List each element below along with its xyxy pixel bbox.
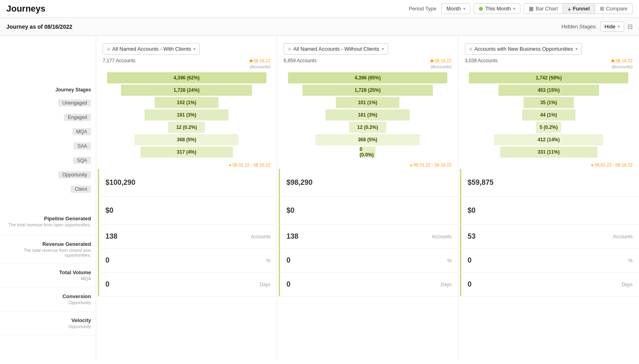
chevron-down-icon: ▾ xyxy=(463,6,465,11)
velocity-label: Velocity Opportunity xyxy=(0,311,96,335)
velocity-unit: Days xyxy=(622,282,633,287)
conversion-unit: % xyxy=(628,258,633,263)
total-volume-value: 138 xyxy=(105,232,117,241)
funnel-bar: 1,742 (58%) xyxy=(469,72,628,83)
pipeline-value-row: $59,875 xyxy=(460,169,639,197)
date-range: ● 08.01.22 - 08.16.22 xyxy=(277,161,458,169)
conversion-label: Conversion Opportunity xyxy=(0,287,96,311)
col-dropdown[interactable]: ≡ All Named Accounts - With Clients ▾ xyxy=(103,43,200,55)
total-volume-value: 53 xyxy=(468,232,476,241)
funnel-bar-wrapper: 35 (1%) xyxy=(465,97,633,108)
col-dropdown-label: All Named Accounts - Without Clients xyxy=(293,46,379,52)
stage-row-engaged: Engaged xyxy=(0,110,96,125)
accounts-label: (Accounts) xyxy=(277,64,458,69)
funnel-bar-wrapper: 12 (0.2%) xyxy=(103,122,270,133)
funnel-bar: 12 (0.2%) xyxy=(349,122,386,133)
velocity-value: 0 xyxy=(468,280,472,289)
compare-button[interactable]: ⊞ Compare xyxy=(595,3,633,14)
date-range: ● 08.01.22 - 08.16.22 xyxy=(96,161,277,169)
col-meta: 6,859 Accounts 08.16.22 xyxy=(277,56,458,64)
col-dropdown-label: All Named Accounts - With Clients xyxy=(112,46,191,52)
date-badge: 08.16.22 xyxy=(611,58,633,63)
top-header: Journeys Period Type Month ▾ This Month … xyxy=(0,0,639,18)
velocity-value: 0 xyxy=(105,280,109,289)
columns-wrapper: ≡ All Named Accounts - With Clients ▾ 7,… xyxy=(96,36,639,360)
this-month-dropdown[interactable]: This Month ▾ xyxy=(474,3,520,14)
chevron-down-icon: ▾ xyxy=(382,47,384,51)
list-icon: ≡ xyxy=(469,46,472,52)
funnel-bar: 0 (0.0%) xyxy=(359,146,375,158)
list-icon: ≡ xyxy=(107,46,110,52)
velocity-value-row: 0 Days xyxy=(98,273,277,297)
total-volume-unit: Accounts xyxy=(613,234,633,239)
period-type-dropdown[interactable]: Month ▾ xyxy=(441,3,470,14)
bar-chart-icon: ▦ xyxy=(529,6,534,12)
chevron-down-icon: ▾ xyxy=(575,47,577,51)
col-header: ≡ All Named Accounts - With Clients ▾ xyxy=(96,40,277,56)
orange-dot-icon: ● xyxy=(229,163,232,167)
stage-row-opportunity: Opportunity xyxy=(0,168,96,182)
velocity-unit: Days xyxy=(260,282,270,287)
funnel-bar: 12 (0.2%) xyxy=(168,122,205,133)
date-badge: 08.16.22 xyxy=(250,58,271,63)
funnel-bar-wrapper: 317 (4%) xyxy=(103,146,270,158)
funnel-bar-wrapper: 0 (0.0%) xyxy=(284,146,451,158)
col-dropdown[interactable]: ≡ Accounts with New Business Opportuniti… xyxy=(465,43,582,55)
velocity-value-row: 0 Days xyxy=(460,273,639,297)
col-dropdown[interactable]: ≡ All Named Accounts - Without Clients ▾ xyxy=(284,43,388,55)
chevron-down-icon: ▾ xyxy=(513,6,515,11)
orange-dot-icon xyxy=(431,59,433,62)
journey-date-label: Journey as of 08/16/2022 xyxy=(6,24,72,30)
funnel-bar: 1,728 (25%) xyxy=(302,85,433,96)
pipeline-value: $98,290 xyxy=(286,178,312,187)
conversion-value: 0 xyxy=(105,256,109,265)
funnel-bar-wrapper: 44 (1%) xyxy=(465,109,633,121)
funnel-bar: 1,728 (24%) xyxy=(121,85,252,96)
date-badge: 08.16.22 xyxy=(431,58,452,63)
journey-stages-header: Journey Stages xyxy=(0,84,96,96)
conversion-value-row: 0 % xyxy=(279,249,458,273)
orange-dot-icon xyxy=(250,59,252,62)
chevron-down-icon: ▾ xyxy=(193,47,195,51)
pipeline-value-row: $100,290 xyxy=(98,169,277,197)
orange-dot-icon xyxy=(611,59,614,62)
funnel-bar: 101 (1%) xyxy=(336,97,400,108)
hidden-stages-dropdown[interactable]: Hide ▾ xyxy=(600,22,624,32)
funnel-bar-wrapper: 102 (1%) xyxy=(103,97,270,108)
period-type-label: Period Type xyxy=(409,6,437,12)
col-header: ≡ All Named Accounts - Without Clients ▾ xyxy=(277,40,458,56)
accounts-count: 6,859 Accounts xyxy=(284,58,316,63)
funnel-bar-wrapper: 368 (5%) xyxy=(284,134,451,145)
funnel-bar: 35 (1%) xyxy=(524,97,574,108)
green-dot-icon xyxy=(479,7,483,11)
funnel-bar-wrapper: 101 (1%) xyxy=(284,97,451,108)
total-volume-unit: Accounts xyxy=(251,234,270,239)
funnel-bar-wrapper: 4,396 (65%) xyxy=(284,72,451,83)
revenue-value: $0 xyxy=(286,206,294,215)
compare-icon: ⊞ xyxy=(600,6,604,12)
conversion-unit: % xyxy=(266,258,271,263)
funnel-bar: 5 (0.2%) xyxy=(536,122,561,133)
accounts-label: (Accounts) xyxy=(96,64,277,69)
accounts-count: 3,038 Accounts xyxy=(465,58,498,63)
revenue-value-row: $0 xyxy=(98,197,277,225)
funnel-bar: 102 (1%) xyxy=(155,97,218,108)
bar-chart-button[interactable]: ▦ Bar Chart xyxy=(524,3,563,14)
view-toggle: ▦ Bar Chart ⏚ Funnel ⊞ Compare xyxy=(524,3,633,14)
funnel-bar: 412 (14%) xyxy=(494,134,603,145)
funnel-bar: 4,396 (65%) xyxy=(288,72,447,83)
col-meta: 7,177 Accounts 08.16.22 xyxy=(96,56,277,64)
funnel-bar-wrapper: 331 (11%) xyxy=(465,146,633,158)
funnel-bar-wrapper: 181 (3%) xyxy=(103,109,270,121)
compare-label: Compare xyxy=(606,6,627,12)
sidebar-labels: Journey Stages Unengaged Engaged MQA SAA… xyxy=(0,36,96,360)
funnel-bar: 44 (1%) xyxy=(522,109,576,121)
hidden-stages-label: Hidden Stages: xyxy=(562,24,597,30)
app-title: Journeys xyxy=(6,4,46,14)
conversion-value: 0 xyxy=(468,256,472,265)
chevron-down-icon: ▾ xyxy=(618,24,620,29)
funnel-bar-wrapper: 412 (14%) xyxy=(465,134,633,145)
funnel-button[interactable]: ⏚ Funnel xyxy=(563,3,595,14)
filter-icon[interactable]: ⊟ xyxy=(627,23,633,30)
revenue-value: $0 xyxy=(105,206,113,215)
